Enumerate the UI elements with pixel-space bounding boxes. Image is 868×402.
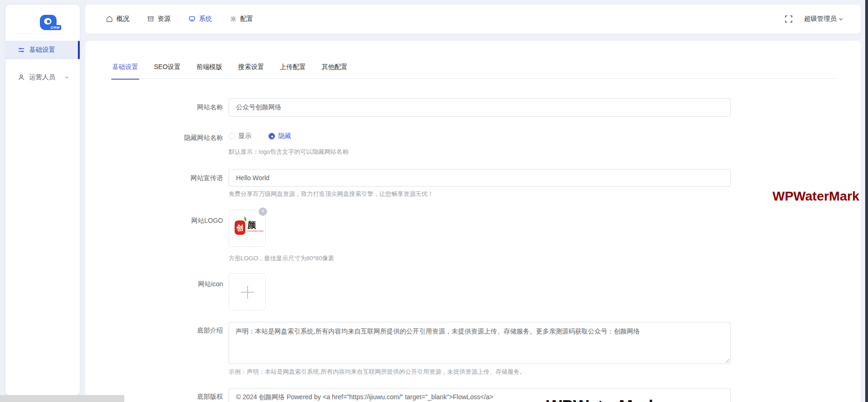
monitor-icon	[188, 15, 196, 23]
logo-image-seal: 创	[235, 220, 245, 235]
user-name: 超级管理员	[804, 15, 836, 23]
radio-icon-checked	[268, 133, 275, 139]
settings-panel: 基础设置 SEO设置 前端模版 搜索设置 上传配置 其他配置 网站名称 隐藏网站…	[85, 41, 861, 402]
logo-text: CRM	[49, 25, 61, 30]
nav-item-overview[interactable]: 概况	[106, 15, 129, 23]
person-icon	[18, 74, 25, 81]
chevron-down-icon	[64, 75, 70, 80]
tabs-divider	[111, 78, 836, 79]
logo-upload-box[interactable]: 创 颜 CHUANGYAN	[229, 210, 266, 247]
logo-image-subtext: CHUANGYAN	[247, 230, 263, 232]
radio-icon	[229, 133, 235, 139]
plus-icon	[247, 286, 248, 299]
top-navbar: 概况 资源 系统	[85, 5, 861, 33]
nav-item-system[interactable]: 系统	[188, 15, 212, 23]
tab-frontend-template[interactable]: 前端模版	[196, 61, 223, 80]
slogan-input[interactable]	[229, 169, 731, 187]
radio-label: 显示	[238, 132, 251, 140]
sidebar-item-operators[interactable]: 运营人员	[6, 68, 80, 87]
footer-intro-textarea[interactable]: 声明：本站是网盘索引系统,所有内容均来自互联网所提供的公开引用资源，未提供资源上…	[229, 322, 731, 364]
tab-basic-settings[interactable]: 基础设置	[111, 61, 139, 80]
slogan-label: 网站宣传语	[121, 174, 223, 182]
window-right-edge	[865, 0, 868, 402]
settings-tabs: 基础设置 SEO设置 前端模版 搜索设置 上传配置 其他配置	[111, 61, 349, 80]
topbar-right: 超级管理员	[785, 5, 844, 33]
sidebar-item-label: 基础设置	[29, 46, 55, 54]
user-menu[interactable]: 超级管理员	[804, 15, 844, 23]
hide-name-help: 默认显示：logo包含文字的可以隐藏网站名称	[229, 148, 349, 156]
sidebar-divider	[13, 33, 67, 34]
tab-search-settings[interactable]: 搜索设置	[237, 61, 265, 80]
watermark-text: WPWaterMark	[772, 189, 859, 204]
sidebar-active-bar	[78, 41, 80, 59]
site-logo-label: 网站LOGO	[121, 217, 223, 225]
nav-label: 系统	[199, 15, 212, 23]
tab-other-config[interactable]: 其他配置	[321, 61, 349, 80]
nav-label: 概况	[116, 15, 129, 23]
sidebar-item-basic-settings[interactable]: 基础设置	[6, 41, 80, 59]
nav-label: 资源	[158, 15, 171, 23]
site-logo-help: 方形LOGO，最佳显示尺寸为80*80像素	[229, 254, 334, 263]
textarea-resize-handle[interactable]	[725, 358, 729, 363]
footer-copyright-label: 底部版权	[121, 393, 223, 401]
site-name-label: 网站名称	[121, 103, 223, 112]
sidebar: CRM 基础设置 运营人员	[6, 5, 80, 395]
home-icon	[106, 15, 113, 23]
logo-dot	[47, 20, 50, 23]
radio-option-hide[interactable]: 隐藏	[268, 132, 291, 140]
watermark-text-clipped: WPWaterMark	[546, 397, 658, 402]
hide-name-label: 隐藏网站名称	[121, 134, 223, 142]
close-icon[interactable]: ×	[259, 207, 267, 216]
app-logo: CRM	[40, 15, 68, 33]
tab-upload-config[interactable]: 上传配置	[279, 61, 307, 80]
footer-intro-help: 示例：声明：本站是网盘索引系统,所有内容均来自互联网所提供的公开引用资源，未提供…	[229, 368, 526, 376]
radio-option-show[interactable]: 显示	[229, 132, 251, 140]
bottom-left-strip	[0, 395, 124, 402]
slogan-help: 免费分享百万级网盘资源，致力打造顶尖网盘搜索引擎，让您畅享资源无忧！	[229, 190, 434, 198]
site-icon-label: 网站icon	[121, 280, 223, 289]
admin-page: CRM 基础设置 运营人员	[0, 0, 868, 402]
site-name-input[interactable]	[229, 98, 731, 117]
icon-upload-box[interactable]	[229, 273, 266, 310]
sidebar-item-label: 运营人员	[29, 73, 55, 82]
logo-image-char: 颜	[248, 220, 256, 231]
tab-seo-settings[interactable]: SEO设置	[153, 61, 182, 80]
radio-label: 隐藏	[278, 132, 291, 140]
box-icon	[147, 15, 154, 23]
sliders-icon	[18, 46, 25, 54]
nav-label: 配置	[240, 15, 253, 23]
nav-item-resources[interactable]: 资源	[147, 15, 171, 23]
hide-name-radio-group: 显示 隐藏	[229, 132, 291, 140]
fullscreen-icon[interactable]	[785, 15, 793, 23]
footer-intro-label: 底部介绍	[121, 327, 223, 335]
nav-item-config[interactable]: 配置	[230, 15, 253, 23]
gear-icon	[230, 15, 237, 23]
chevron-down-icon	[838, 16, 844, 22]
top-nav-items: 概况 资源 系统	[106, 5, 253, 33]
